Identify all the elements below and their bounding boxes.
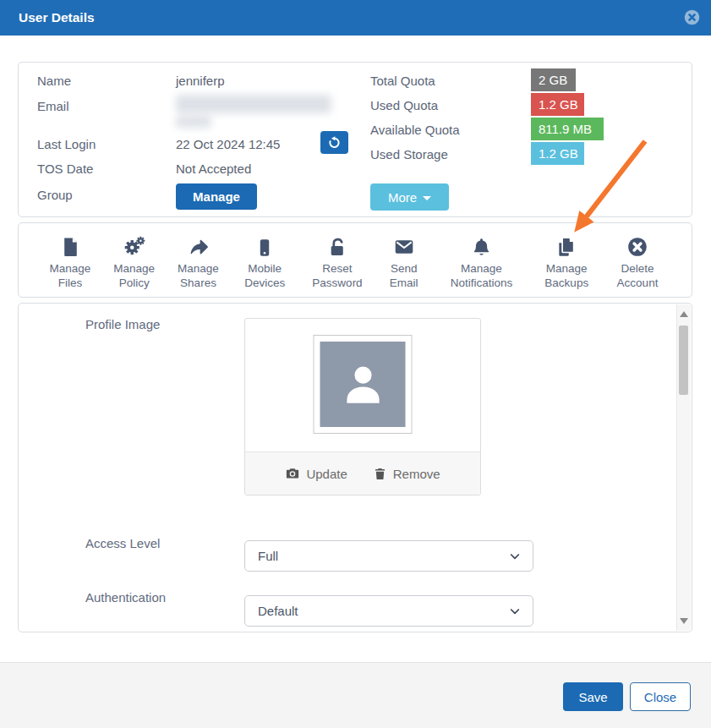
close-button[interactable]: Close [630,682,691,711]
circle-x-icon [626,232,648,258]
dialog-footer: Save Close [0,662,711,728]
toolbar-item-label: Delete Account [610,261,665,291]
manage-backups-button[interactable]: Manage Backups [538,232,595,297]
used-quota-label: Used Quota [370,98,438,112]
profile-image-actions: Update Remove [245,452,480,495]
authentication-value: Default [258,604,298,618]
authentication-select[interactable]: Default [244,595,533,627]
toolbar-item-label: Manage Files [46,261,95,291]
close-icon[interactable] [683,8,701,26]
avatar [320,342,406,427]
toolbar-item-label: Manage Backups [538,261,595,291]
email-value-redacted-line2 [176,116,211,128]
copy-icon [555,232,577,258]
scroll-up-arrow-icon[interactable] [680,311,688,317]
email-value-redacted [176,95,331,113]
reset-last-login-button[interactable] [320,131,348,154]
available-quota-badge: 811.9 MB [531,118,604,140]
send-email-button[interactable]: Send Email [383,232,425,297]
available-quota-label: Available Quota [370,123,460,137]
total-quota-badge: 2 GB [531,68,576,91]
dialog-title: User Details [19,0,95,36]
update-image-label: Update [306,467,347,481]
remove-image-button[interactable]: Remove [373,467,440,481]
user-info-panel: Name jenniferp Email Last Login 22 Oct 2… [18,62,692,217]
tos-date-value: Not Accepted [176,161,251,176]
used-quota-badge: 1.2 GB [531,93,584,116]
used-storage-label: Used Storage [370,147,448,161]
total-quota-label: Total Quota [370,74,435,88]
dialog-titlebar: User Details [0,0,711,36]
file-icon [60,232,81,258]
access-level-label: Access Level [85,536,160,550]
scrollbar[interactable] [676,304,691,631]
scrollbar-thumb[interactable] [679,326,688,395]
person-icon [336,359,389,411]
user-settings-form: Profile Image Update [18,303,692,632]
access-level-select[interactable]: Full [244,540,533,572]
name-value: jenniferp [176,74,225,88]
tos-date-label: TOS Date [37,161,93,176]
update-image-button[interactable]: Update [285,466,347,481]
avatar-frame [314,335,413,434]
chevron-down-icon [508,550,522,563]
delete-account-button[interactable]: Delete Account [610,232,665,297]
last-login-value: 22 Oct 2024 12:45 [176,137,280,151]
trash-icon [373,467,387,481]
rotate-left-icon [327,135,342,150]
toolbar-item-label: Mobile Devices [238,261,292,291]
profile-image-label: Profile Image [85,317,160,331]
caret-down-icon [423,196,431,200]
reset-password-button[interactable]: Reset Password [307,232,368,297]
profile-image-card: Update Remove [244,318,481,495]
bell-icon [471,232,492,258]
remove-image-label: Remove [393,467,440,481]
manage-files-button[interactable]: Manage Files [46,232,95,297]
manage-group-button[interactable]: Manage [176,183,257,210]
save-button[interactable]: Save [563,682,623,711]
scroll-down-arrow-icon[interactable] [680,618,688,624]
manage-notifications-button[interactable]: Manage Notifications [440,232,523,297]
toolbar-item-label: Reset Password [307,261,368,291]
toolbar-item-label: Manage Shares [174,261,223,291]
more-button-label: More [388,190,417,205]
mobile-devices-button[interactable]: Mobile Devices [238,232,292,297]
camera-icon [285,466,300,481]
used-storage-badge: 1.2 GB [531,142,584,165]
email-label: Email [37,99,69,113]
access-level-value: Full [258,549,278,563]
gears-icon [123,232,145,258]
unlock-icon [327,232,348,258]
toolbar-item-label: Manage Notifications [440,261,523,291]
manage-policy-button[interactable]: Manage Policy [110,232,159,297]
envelope-icon [393,232,415,258]
mobile-icon [254,232,275,258]
more-button[interactable]: More [370,183,449,211]
toolbar-item-label: Send Email [383,261,425,291]
group-label: Group [37,188,73,202]
chevron-down-icon [508,605,522,618]
authentication-label: Authentication [85,590,166,605]
share-arrow-icon [188,232,210,258]
name-label: Name [37,74,71,88]
user-actions-toolbar: Manage Files [18,222,692,298]
manage-shares-button[interactable]: Manage Shares [174,232,223,297]
last-login-label: Last Login [37,137,96,151]
toolbar-item-label: Manage Policy [110,261,159,291]
